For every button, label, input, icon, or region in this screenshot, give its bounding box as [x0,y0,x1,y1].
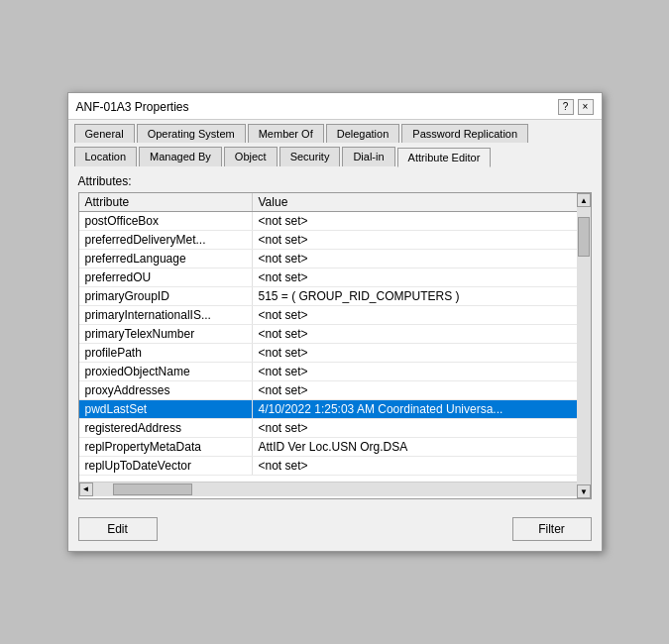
edit-button[interactable]: Edit [78,517,158,541]
scroll-up-btn[interactable]: ▲ [577,193,591,207]
table-row[interactable]: registeredAddress<not set> [79,419,591,438]
table-header: Attribute Value [79,193,591,212]
attributes-label: Attributes: [78,174,592,188]
table-row[interactable]: primaryInternationalIS...<not set> [79,306,591,325]
title-buttons: ? × [558,99,594,115]
attr-cell: preferredOU [79,268,253,286]
table-row[interactable]: pwdLastSet4/10/2022 1:25:03 AM Coordinat… [79,400,591,419]
table-row[interactable]: proxyAddresses<not set> [79,381,591,400]
val-cell: <not set> [253,363,591,380]
content-area: Attributes: Attribute Value postOfficeBo… [68,166,602,509]
tab-attribute-editor[interactable]: Attribute Editor [397,148,492,167]
col-header-value: Value [253,193,577,211]
attr-cell: postOfficeBox [79,212,253,230]
val-cell: <not set> [253,419,591,437]
h-scroll-track[interactable] [93,483,577,496]
filter-button[interactable]: Filter [512,517,592,541]
table-row[interactable]: replUpToDateVector<not set> [79,457,591,476]
tab-member-of[interactable]: Member Of [248,124,324,143]
scroll-left-btn[interactable]: ◄ [79,483,93,496]
attr-cell: proxyAddresses [79,381,253,399]
table-row[interactable]: preferredLanguage<not set> [79,250,591,268]
table-row[interactable]: replPropertyMetaDataAttID Ver Loc.USN Or… [79,438,591,457]
vertical-scrollbar[interactable]: ▲ ▼ [577,193,591,498]
val-cell: 515 = ( GROUP_RID_COMPUTERS ) [253,287,591,305]
attr-cell: preferredDeliveryMet... [79,231,253,249]
tab-location[interactable]: Location [74,147,138,166]
window-title: ANF-01A3 Properties [76,100,189,114]
val-cell: <not set> [253,344,591,362]
attr-cell: registeredAddress [79,419,253,437]
table-row[interactable]: primaryGroupID515 = ( GROUP_RID_COMPUTER… [79,287,591,306]
table-row[interactable]: profilePath<not set> [79,344,591,363]
val-cell: <not set> [253,325,591,343]
properties-dialog: ANF-01A3 Properties ? × GeneralOperating… [67,92,603,552]
close-button[interactable]: × [578,99,594,115]
attr-cell: preferredLanguage [79,250,253,268]
table-row[interactable]: preferredDeliveryMet...<not set> [79,231,591,250]
attribute-table-container: Attribute Value postOfficeBox<not set>pr… [78,192,592,499]
tab-dial-in[interactable]: Dial-in [342,147,394,166]
tab-delegation[interactable]: Delegation [326,124,400,143]
tab-object[interactable]: Object [224,147,278,166]
tabs-row-1: GeneralOperating SystemMember OfDelegati… [68,120,602,143]
tab-security[interactable]: Security [279,147,341,166]
horizontal-scrollbar[interactable]: ◄ ► [79,482,591,495]
table-row[interactable]: primaryTelexNumber<not set> [79,325,591,344]
table-row[interactable]: preferredOU<not set> [79,268,591,287]
val-cell: <not set> [253,231,591,249]
attr-cell: profilePath [79,344,253,362]
title-bar: ANF-01A3 Properties ? × [68,93,602,120]
val-cell: <not set> [253,268,591,286]
attr-cell: primaryGroupID [79,287,253,305]
tab-operating-system[interactable]: Operating System [137,124,246,143]
table-body[interactable]: postOfficeBox<not set>preferredDeliveryM… [79,212,591,480]
val-cell: <not set> [253,212,591,230]
tab-password-replication[interactable]: Password Replication [401,124,528,143]
table-row[interactable]: proxiedObjectName<not set> [79,363,591,381]
attr-cell: proxiedObjectName [79,363,253,380]
help-button[interactable]: ? [558,99,574,115]
val-cell: 4/10/2022 1:25:03 AM Coordinated Univers… [253,400,591,418]
table-row[interactable]: postOfficeBox<not set> [79,212,591,231]
val-cell: <not set> [253,381,591,399]
scroll-thumb[interactable] [578,217,590,257]
h-scroll-thumb[interactable] [113,483,192,495]
tab-managed-by[interactable]: Managed By [139,147,222,166]
tabs-row-2: LocationManaged ByObjectSecurityDial-inA… [68,143,602,166]
scroll-track[interactable] [577,207,591,484]
attr-cell: replPropertyMetaData [79,438,253,456]
col-header-attribute: Attribute [79,193,253,211]
scroll-down-btn[interactable]: ▼ [577,484,591,498]
val-cell: AttID Ver Loc.USN Org.DSA [253,438,591,456]
val-cell: <not set> [253,250,591,268]
bottom-buttons: Edit Filter [68,509,602,551]
attr-cell: pwdLastSet [79,400,253,418]
attr-cell: primaryTelexNumber [79,325,253,343]
attr-cell: replUpToDateVector [79,457,253,475]
tab-general[interactable]: General [74,124,135,143]
attr-cell: primaryInternationalIS... [79,306,253,324]
val-cell: <not set> [253,457,591,475]
val-cell: <not set> [253,306,591,324]
table-body-wrapper: postOfficeBox<not set>preferredDeliveryM… [79,212,591,482]
